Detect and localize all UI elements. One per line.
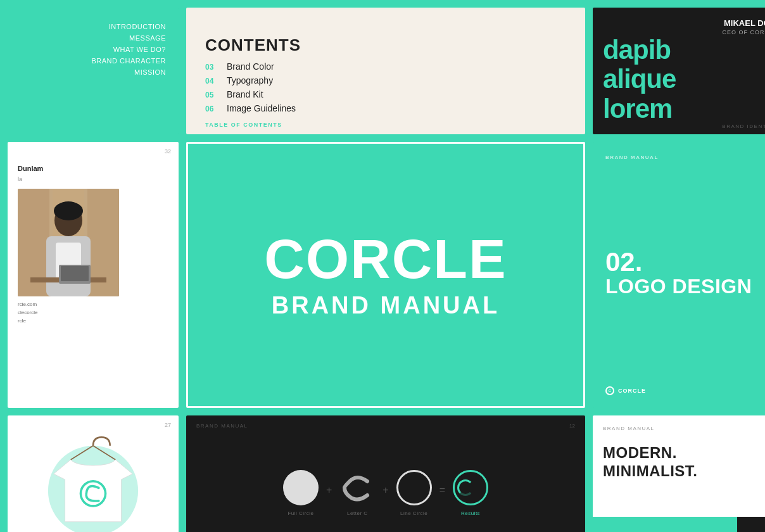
mid-center-cell: CORCLE BRAND MANUAL [186,142,585,408]
bot-center-header: BRAND MANUAL 12 [196,423,575,429]
contents-item-1: 03 Brand Color [205,61,566,72]
page-number-mid-left: 32 [165,148,171,155]
bot-center-page-num: 12 [569,423,575,429]
plus-sign-1: + [326,484,332,496]
top-center-cell: CONTENTS 03 Brand Color 04 Typography 05… [186,8,585,134]
letter-c-container [339,470,375,505]
tagline-line-2: MINIMALIST. [603,462,765,481]
contact-phone: rcle [18,318,168,324]
result-label: Results [461,510,480,516]
person-card-name: Dunlam [18,165,168,172]
line-circle-label: Line Circle [400,510,427,516]
nav-item-mission: MISSION [134,68,166,76]
contents-text-4: Image Guidelines [227,103,296,113]
bot-center-cell: BRAND MANUAL 12 Full Circle + Letter C + [186,415,585,532]
full-circle-icon [283,470,319,505]
svg-point-5 [54,201,83,220]
result-circle-icon [453,470,488,505]
contact-social: clecorcle [18,310,168,315]
main-grid: INTRODUCTION MESSAGE WHAT WE DO? BRAND C… [0,0,765,532]
logo-variant-result: Results [453,470,488,516]
plus-sign-2: + [382,484,388,496]
person-card-sub: la [18,176,168,182]
tagline-line-1: MODERN. [603,444,765,462]
color-bar-dark [737,517,765,532]
contents-text-1: Brand Color [227,61,274,72]
mid-right-label: BRAND MANUAL [605,155,765,160]
bot-center-label: BRAND MANUAL [196,423,248,429]
nav-item-what-we-do: WHAT WE DO? [113,46,166,53]
color-bar [593,517,765,532]
logo-variant-letter-c: Letter C [339,470,375,516]
preview-text: dapib alique lorem [603,35,765,124]
contents-num-3: 05 [205,91,218,99]
person-photo [18,189,119,296]
person-name: MIKAEL DOE, [603,18,765,29]
contents-item-4: 06 Image Guidelines [205,103,566,113]
logo-variants: Full Circle + Letter C + Line Circle = [196,439,575,532]
svg-rect-10 [61,266,89,281]
nav-item-brand-character: BRAND CHARACTER [91,57,166,65]
contents-item-3: 05 Brand Kit [205,89,566,99]
contents-text-2: Typography [227,75,273,86]
tshirt-display [15,423,171,532]
contents-text-3: Brand Kit [227,89,263,99]
logo-circle-icon [605,386,614,395]
contents-num-1: 03 [205,63,218,72]
bot-left-cell: 27 CORCLE [8,415,179,532]
contents-title: CONTENTS [205,35,566,55]
contents-item-2: 04 Typography [205,75,566,86]
mid-left-cell: 32 Dunlam la [8,142,179,408]
full-circle-label: Full Circle [288,510,313,516]
person-illustration [18,189,119,296]
section-label: TABLE OF CONTENTS [205,122,282,128]
line-circle-icon [396,470,432,505]
bot-right-cell: BRAND MANUAL MODERN. MINIMALIST. [593,415,765,532]
corcle-logo-text: CORCLE [618,388,646,394]
section-info: 02. LOGO DESIGN [605,249,765,298]
mid-right-cell: BRAND MANUAL 02. LOGO DESIGN CORCLE [593,142,765,408]
contact-info: rcle.com clecorcle rcle [18,301,168,324]
equals-sign: = [439,484,445,496]
contact-website: rcle.com [18,301,168,307]
logo-variant-line-circle: Line Circle [396,470,432,516]
person-info: MIKAEL DOE, CEO OF CORCLE [603,18,765,35]
logo-variant-full-circle: Full Circle [283,470,319,516]
nav-item-message: MESSAGE [129,34,166,42]
top-left-cell: INTRODUCTION MESSAGE WHAT WE DO? BRAND C… [8,8,179,134]
section-number: 02. [605,249,765,276]
tagline: MODERN. MINIMALIST. [603,444,765,481]
person-card: Dunlam la [18,165,168,182]
nav-items: INTRODUCTION MESSAGE WHAT WE DO? BRAND C… [20,23,166,76]
bot-right-label: BRAND MANUAL [603,426,765,431]
brand-name-large: CORCLE [264,231,507,287]
corcle-logo-small: CORCLE [605,386,765,395]
letter-c-label: Letter C [347,510,367,516]
contents-num-2: 04 [205,77,218,86]
contents-num-4: 06 [205,104,218,113]
top-right-cell: MIKAEL DOE, CEO OF CORCLE dapib alique l… [593,8,765,134]
tshirt-svg [36,434,150,532]
contents-list: 03 Brand Color 04 Typography 05 Brand Ki… [205,61,566,113]
section-name: LOGO DESIGN [605,276,765,298]
brand-identity-label: BRAND IDENTITY [722,124,765,129]
letter-c-svg [339,470,375,505]
brand-subtitle: BRAND MANUAL [272,292,500,319]
nav-item-introduction: INTRODUCTION [109,23,166,30]
